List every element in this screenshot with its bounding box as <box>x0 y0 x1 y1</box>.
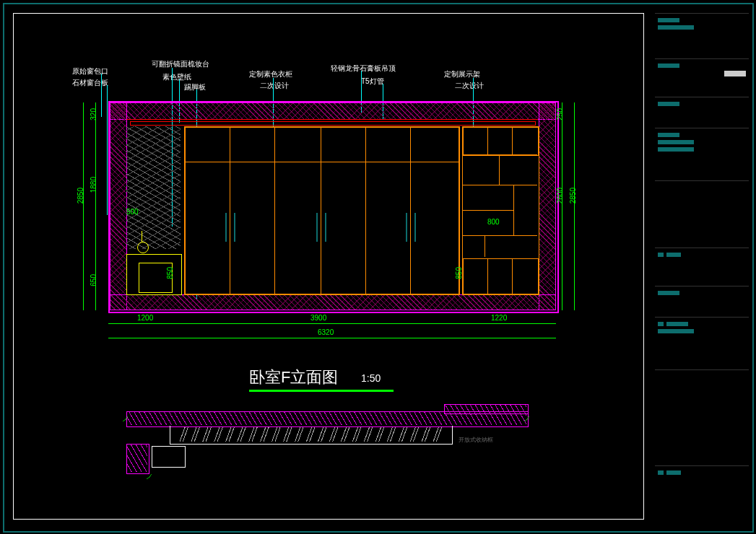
elevation-view <box>108 101 556 325</box>
lamp-icon <box>137 242 149 253</box>
dim-320: 320 <box>90 108 97 121</box>
dim-line <box>562 102 562 310</box>
plan-note: 开放式收纳框 <box>459 436 493 444</box>
label-t5: T5灯管 <box>361 76 384 87</box>
label-baseboard: 踢脚板 <box>184 82 206 92</box>
dim-6320: 6320 <box>318 328 334 336</box>
dim-1880: 1880 <box>90 177 97 193</box>
label-wallpaper: 素色壁纸 <box>162 72 191 82</box>
drawing-title: 卧室F立面图 <box>249 367 338 388</box>
ceiling-hatch <box>110 102 556 120</box>
dim-650: 650 <box>90 274 97 286</box>
dim-3900: 3900 <box>310 314 326 322</box>
floor-hatch <box>110 294 556 310</box>
plan-section: 开放式收纳框 ⟋ ⟋ ⟋ <box>126 404 531 462</box>
dim-2850: 2850 <box>77 188 84 203</box>
label-display: 定制展示架 <box>444 69 480 79</box>
break-symbol: ⟋ <box>522 413 532 424</box>
label-mirror-desk: 可翻折镜面梳妆台 <box>152 59 209 69</box>
dim-250: 250 <box>556 108 564 121</box>
display-shelf <box>462 126 539 295</box>
dim-1200: 1200 <box>137 314 153 322</box>
dim-line <box>574 102 575 310</box>
dim-850a: 850 <box>166 267 174 279</box>
lamp-stem <box>142 231 142 242</box>
break-symbol: ⟋ <box>144 470 155 482</box>
wall-hatch-left <box>110 102 127 310</box>
plan-box <box>152 446 186 468</box>
wardrobe <box>184 126 460 295</box>
dim-2850r: 2850 <box>569 188 577 203</box>
leader <box>107 85 108 215</box>
leader <box>101 74 102 117</box>
label-window-frame: 原始窗包口 <box>72 66 108 76</box>
dim-line <box>83 102 84 310</box>
label-design2: 二次设计 <box>455 81 484 91</box>
drawing-area[interactable]: 原始窗包口 石材窗台板 可翻折镜面梳妆台 素色壁纸 踢脚板 定制素色衣柜 二次设… <box>43 36 614 498</box>
dim-line <box>108 323 556 324</box>
dim-2600: 2600 <box>556 188 564 203</box>
label-wardrobe: 定制素色衣柜 <box>249 69 292 79</box>
dim-800: 800 <box>487 218 500 226</box>
ceiling-line <box>126 119 538 120</box>
dim-850b: 850 <box>455 267 463 279</box>
dim-500: 500 <box>126 208 139 216</box>
title-block <box>655 13 749 518</box>
window-area <box>126 126 181 249</box>
wall-hatch-right <box>539 102 556 310</box>
cad-workspace: 原始窗包口 石材窗台板 可翻折镜面梳妆台 素色壁纸 踢脚板 定制素色衣柜 二次设… <box>0 0 756 534</box>
label-ceiling: 轻钢龙骨石膏板吊顶 <box>331 64 396 74</box>
dim-1220: 1220 <box>491 314 507 322</box>
label-sill: 石材窗台板 <box>72 78 108 88</box>
dim-line <box>108 338 556 338</box>
title-underline <box>249 390 394 392</box>
break-symbol: ⟋ <box>121 413 131 424</box>
label-design1: 二次设计 <box>260 81 289 91</box>
cove <box>130 121 536 126</box>
drawing-scale: 1:50 <box>361 372 381 384</box>
